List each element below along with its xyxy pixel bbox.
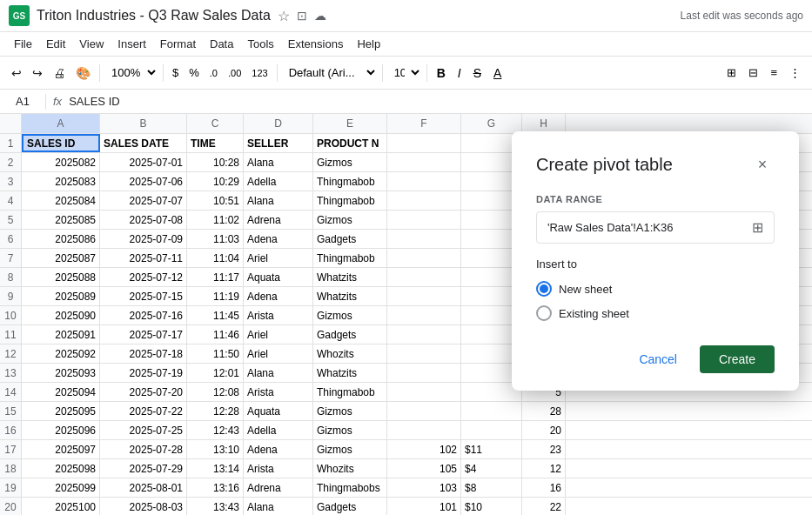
formula-input[interactable] [69,95,805,108]
number-format-button[interactable]: 123 [247,65,272,81]
radio-existing-sheet-label: Existing sheet [559,307,629,320]
font-size-select[interactable]: 10 [387,64,422,82]
last-edit: Last edit was seconds ago [681,10,803,22]
menu-data[interactable]: Data [203,34,240,54]
borders-button[interactable]: ⊞ [722,64,741,82]
zoom-select[interactable]: 100% [104,64,158,82]
menu-file[interactable]: File [7,34,39,54]
menu-help[interactable]: Help [350,34,387,54]
menu-insert[interactable]: Insert [111,34,153,54]
cancel-button[interactable]: Cancel [623,345,693,373]
menu-format[interactable]: Format [153,34,203,54]
modal-header: Create pivot table × [536,152,775,177]
italic-button[interactable]: I [453,64,466,83]
font-family-select[interactable]: Default (Ari... [282,64,378,82]
radio-new-sheet[interactable]: New sheet [536,281,775,297]
folder-icon[interactable]: ⊡ [297,9,307,23]
star-icon[interactable]: ☆ [278,8,290,24]
data-range-value: 'Raw Sales Data'!A1:K36 [547,221,745,234]
top-bar: GS Triton Industries - Q3 Raw Sales Data… [0,0,812,32]
modal-overlay: Create pivot table × Data range 'Raw Sal… [0,114,812,515]
menu-tools[interactable]: Tools [240,34,280,54]
modal-title: Create pivot table [536,155,673,175]
more-button[interactable]: ⋮ [785,64,805,82]
merge-button[interactable]: ⊟ [744,64,762,82]
cell-ref[interactable]: A1 [7,95,38,108]
currency-button[interactable]: $ [168,64,183,82]
toolbar: ↩ ↪ 🖨 🎨 100% $ % .0 .00 123 Default (Ari… [0,57,812,90]
percent-button[interactable]: % [185,64,204,82]
strikethrough-button[interactable]: S [468,64,487,83]
decimal-decrease[interactable]: .0 [205,65,222,81]
menu-view[interactable]: View [72,34,111,54]
menu-extensions[interactable]: Extensions [281,34,351,54]
insert-to-label: Insert to [536,258,775,271]
bold-button[interactable]: B [432,64,451,83]
grid-icon: ⊞ [752,219,763,236]
radio-new-sheet-label: New sheet [559,283,612,296]
app-icon: GS [9,5,30,26]
underline-button[interactable]: A [488,64,507,83]
radio-existing-sheet[interactable]: Existing sheet [536,305,775,321]
menu-edit[interactable]: Edit [39,34,72,54]
decimal-increase[interactable]: .00 [224,65,245,81]
radio-new-sheet-icon [536,281,552,297]
modal-close-button[interactable]: × [750,152,775,177]
cloud-icon: ☁ [314,9,326,23]
redo-button[interactable]: ↪ [28,64,47,83]
undo-button[interactable]: ↩ [7,64,26,83]
spreadsheet-container: A B C D E F G H 1 SALES ID SALES DATE TI… [0,114,812,515]
data-range-input[interactable]: 'Raw Sales Data'!A1:K36 ⊞ [536,211,775,244]
doc-title: Triton Industries - Q3 Raw Sales Data [37,8,271,23]
print-button[interactable]: 🖨 [49,64,70,83]
create-button[interactable]: Create [700,345,775,373]
data-range-section: Data range 'Raw Sales Data'!A1:K36 ⊞ [536,194,775,244]
modal-footer: Cancel Create [536,345,775,373]
modal-dialog: Create pivot table × Data range 'Raw Sal… [512,131,799,391]
data-range-label: Data range [536,194,775,204]
menu-bar: File Edit View Insert Format Data Tools … [0,32,812,57]
paint-format-button[interactable]: 🎨 [71,64,95,83]
align-button[interactable]: ≡ [766,64,782,82]
radio-existing-sheet-icon [536,305,552,321]
fx-label: fx [53,95,62,108]
insert-to-section: Insert to New sheet Existing sheet [536,258,775,321]
formula-bar: A1 fx [0,90,812,114]
